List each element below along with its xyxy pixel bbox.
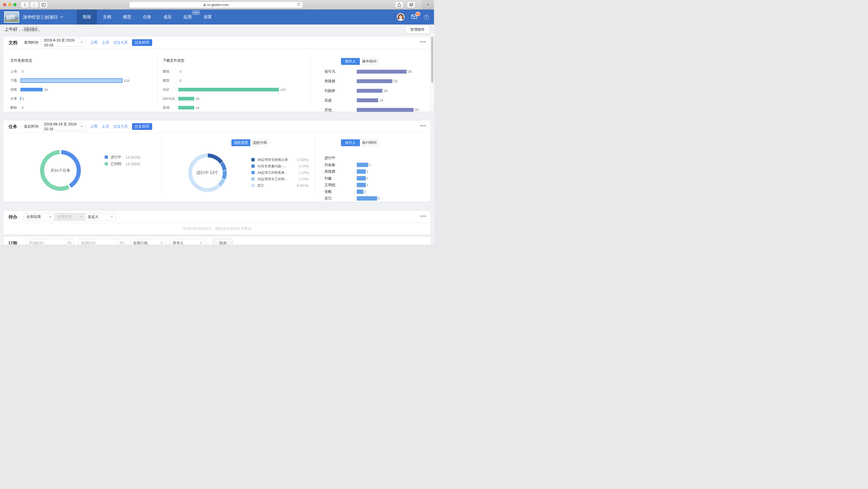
share-icon: [398, 3, 401, 7]
quick-range-link-过去七天[interactable]: 过去七天: [114, 124, 128, 129]
legend-item-35监理安全工作联...[interactable]: 35监理安全工作联...1 (7%): [251, 177, 309, 181]
bar: [357, 183, 366, 187]
docs-more-button[interactable]: [420, 41, 426, 42]
nav-tab-设置[interactable]: 设置: [197, 9, 218, 25]
todo-filters: 全部应用全部类型发起人: [24, 213, 116, 221]
toggle-option-流程类型[interactable]: 流程类型: [231, 139, 250, 146]
project-switcher[interactable]: 清华经管三创项目: [23, 14, 63, 20]
address-bar[interactable]: xz.glodon.com: [129, 2, 303, 8]
scrollbar-thumb[interactable]: [431, 37, 433, 83]
legend-item-36监理安全联检记录[interactable]: 36监理安全联检记录2 (15%): [251, 158, 309, 161]
tasks-time-label: 发起时间: [24, 124, 38, 129]
todo-filter-发起人[interactable]: 发起人: [85, 213, 116, 221]
chevron-down-icon: [60, 16, 63, 18]
quick-range-link-上周[interactable]: 上周: [90, 40, 97, 45]
share-button[interactable]: [395, 2, 404, 8]
bar-value: 18: [383, 89, 387, 93]
bar-row-张毅: 张毅3: [324, 190, 431, 194]
todo-filter-value: 全部类型: [57, 215, 71, 219]
quick-range-link-上周[interactable]: 上周: [90, 124, 97, 129]
docs-card-header: 文档 查询时间 2019-9-19 至 2019-10-18 上周上月过去七天 …: [3, 37, 431, 49]
notification-badge: 5: [416, 12, 420, 16]
docs-date-range-select[interactable]: 2019-9-19 至 2019-10-18: [41, 39, 86, 46]
chevron-left-icon: [24, 3, 26, 6]
new-tab-button[interactable]: +: [422, 0, 434, 9]
caret-down-icon: [49, 216, 52, 218]
nav-tab-成员[interactable]: 成员: [157, 9, 178, 25]
caret-down-icon: [160, 242, 163, 244]
nav-tab-模型[interactable]: 模型: [117, 9, 137, 25]
toggle-option-执行组织[interactable]: 执行组织: [360, 139, 379, 146]
user-avatar[interactable]: [397, 13, 405, 21]
legend-item-34监理工作联系单...[interactable]: 34监理工作联系单...1 (7%): [251, 171, 309, 174]
filter-button[interactable]: 筛选: [213, 239, 233, 244]
legend-item-其它[interactable]: 其它8 (61%): [251, 184, 309, 187]
refresh-icon[interactable]: [297, 3, 301, 6]
nav-right: 5 ?: [397, 13, 429, 21]
tasks-card: 任务 发起时间 2019-09-19 至 2019-10-18 上周上月过去七天…: [3, 121, 431, 202]
quick-range-link-上月[interactable]: 上月: [102, 124, 109, 129]
bar-row-OFFICE: OFFICE16: [163, 97, 304, 100]
greeting: 上午好，, 。: [4, 26, 43, 32]
legend-swatch: [104, 156, 108, 159]
bar-label: 上传: [10, 69, 21, 74]
todo-card-body: 未找到符合的待办，请更改筛选条件并重试: [3, 223, 431, 234]
subscribe-people-select[interactable]: 所有人: [170, 239, 206, 244]
bar-row-PDF: PDF101: [163, 88, 304, 91]
back-button[interactable]: [21, 2, 29, 8]
lock-icon: [203, 3, 206, 6]
browser-chrome: xz.glodon.com +: [0, 0, 434, 9]
todo-filter-全部应用[interactable]: 全部应用: [24, 213, 55, 221]
legend-label: 34监理工作联系单...: [257, 170, 287, 175]
legend-item-进行中[interactable]: 进行中13 (42%): [104, 156, 140, 159]
avatar-girl-icon: [397, 13, 405, 21]
toggle-option-操作人[interactable]: 操作人: [341, 58, 360, 65]
nav-tab-应用[interactable]: 应用beta: [178, 9, 197, 25]
docs-date-range-value: 2019-9-19 至 2019-10-18: [44, 38, 80, 47]
toggle-option-操作组织[interactable]: 操作组织: [360, 58, 379, 65]
todo-more-button[interactable]: [420, 216, 426, 217]
minimize-window-button[interactable]: [8, 3, 11, 6]
bar-label: 图纸: [163, 69, 178, 74]
subscribe-end-date-input[interactable]: 结束时间: [78, 239, 126, 244]
todo-card-header: 待办 全部应用全部类型发起人: [3, 211, 431, 223]
bar: [178, 97, 194, 100]
legend-item-已归档[interactable]: 已归档18 (58%): [104, 162, 140, 165]
quick-range-link-过去七天[interactable]: 过去七天: [114, 40, 128, 45]
bar-label: 其它: [324, 196, 357, 201]
subscribe-start-date-input[interactable]: 开始时间: [26, 239, 74, 244]
tab-overview-button[interactable]: [407, 2, 415, 8]
docs-range-30d-button[interactable]: 过去30天: [132, 39, 152, 46]
flow-type-toggle: 流程类型流程分组: [231, 139, 270, 146]
subscribe-type-select[interactable]: 全部订阅: [130, 239, 165, 244]
quick-range-link-上月[interactable]: 上月: [102, 40, 109, 45]
close-window-button[interactable]: [3, 3, 6, 6]
tasks-date-range-select[interactable]: 2019-09-19 至 2019-10-18: [41, 123, 86, 130]
bar-row-分享: 分享1: [10, 97, 150, 100]
bar-value: 16: [195, 97, 199, 101]
bar: [357, 108, 413, 112]
nav-tab-任务[interactable]: 任务: [137, 9, 157, 25]
file-updates-title: 文件更新情况: [10, 58, 150, 63]
zoom-window-button[interactable]: [13, 3, 17, 6]
manage-widgets-button[interactable]: 管理部件: [405, 26, 430, 34]
legend-label: 42安全质量问题--...: [257, 164, 286, 169]
tasks-more-button[interactable]: [420, 125, 426, 126]
tasks-range-30d-button[interactable]: 过去30天: [132, 123, 152, 130]
todo-filter-value: 发起人: [88, 215, 99, 219]
bar: [357, 163, 368, 167]
sidebar-toggle-button[interactable]: [39, 2, 48, 8]
forward-button[interactable]: [30, 2, 38, 8]
docs-time-label: 查询时间: [24, 40, 38, 45]
nav-tab-文档[interactable]: 文档: [97, 9, 117, 25]
calendar-icon: [65, 239, 73, 244]
nav-tab-简报[interactable]: 简报: [77, 9, 97, 25]
legend-item-42安全质量问题--...[interactable]: 42安全质量问题--...1 (7%): [251, 164, 309, 168]
toggle-option-执行人[interactable]: 执行人: [341, 139, 360, 146]
bar: [357, 70, 407, 73]
bar-value: 0: [180, 79, 181, 83]
toggle-option-流程分组[interactable]: 流程分组: [250, 139, 269, 146]
tabs-icon: [409, 3, 413, 6]
notifications-button[interactable]: 5: [411, 14, 417, 20]
help-button[interactable]: ?: [424, 15, 429, 20]
